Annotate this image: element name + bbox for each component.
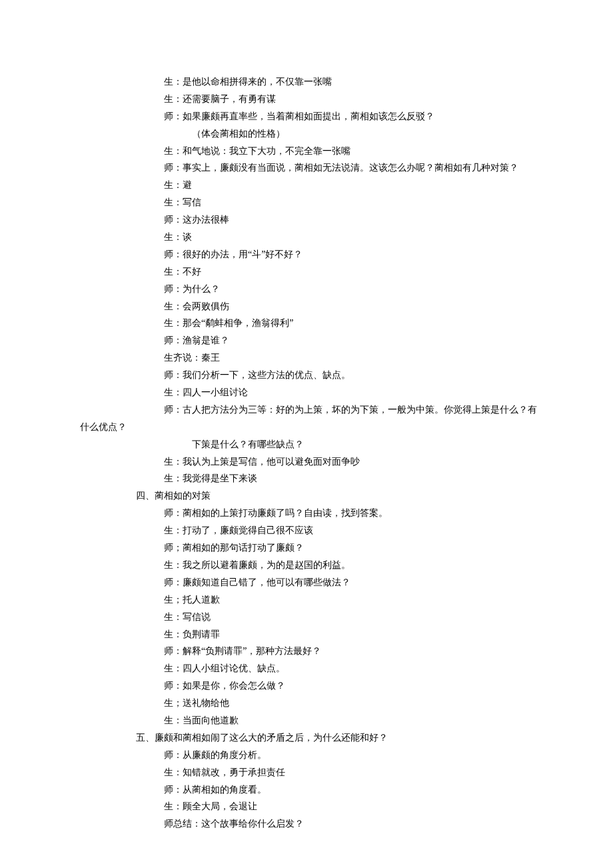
text-line: 生：写信 xyxy=(80,194,533,211)
text-line: 生：那会“鹬蚌相争，渔翁得利” xyxy=(80,315,533,332)
text-line: 五、廉颇和蔺相如闹了这么大的矛盾之后，为什么还能和好？ xyxy=(80,729,533,747)
text-line: 师；蔺相如的那句话打动了廉颇？ xyxy=(80,539,533,557)
text-line: 生：打动了，廉颇觉得自己很不应该 xyxy=(80,522,533,539)
text-line: 下策是什么？有哪些缺点？ xyxy=(80,436,533,453)
text-line: （体会蔺相如的性格） xyxy=(80,125,533,143)
text-line: 生：会两败俱伤 xyxy=(80,298,533,315)
text-line: 生：我之所以避着廉颇，为的是赵国的利益。 xyxy=(80,557,533,574)
text-line: 生：不好 xyxy=(80,263,533,281)
text-line: 生：还需要脑子，有勇有谋 xyxy=(80,91,533,108)
text-line: 师：事实上，廉颇没有当面说，蔺相如无法说清。这该怎么办呢？蔺相如有几种对策？ xyxy=(80,159,533,177)
text-line: 师：解释“负荆请罪”，那种方法最好？ xyxy=(80,643,533,660)
text-line: 师总结：这个故事给你什么启发？ xyxy=(80,815,533,833)
text-line: 师：这办法很棒 xyxy=(80,211,533,229)
text-line: 师：为什么？ xyxy=(80,281,533,298)
text-line: 师：廉颇知道自己错了，他可以有哪些做法？ xyxy=(80,574,533,591)
text-line: 生；托人道歉 xyxy=(80,591,533,609)
text-line: 生：四人小组讨论优、缺点。 xyxy=(80,660,533,677)
text-line: 师：如果廉颇再直率些，当着蔺相如面提出，蔺相如该怎么反驳？ xyxy=(80,108,533,125)
text-line: 师：渔翁是谁？ xyxy=(80,332,533,349)
text-line: 师：我们分析一下，这些方法的优点、缺点。 xyxy=(80,367,533,384)
text-line: 师：从廉颇的角度分析。 xyxy=(80,747,533,764)
text-line: 生：写信说 xyxy=(80,609,533,626)
text-line: 生：我觉得是坐下来谈 xyxy=(80,470,533,487)
text-line: 四、蔺相如的对策 xyxy=(80,487,533,505)
text-line: 师：如果是你，你会怎么做？ xyxy=(80,677,533,695)
text-line: 生：和气地说：我立下大功，不完全靠一张嘴 xyxy=(80,143,533,160)
text-line: 什么优点？ xyxy=(80,419,533,436)
text-line: 师：从蔺相如的角度看。 xyxy=(80,781,533,799)
text-line: 生齐说：秦王 xyxy=(80,349,533,367)
text-line: 生：当面向他道歉 xyxy=(80,712,533,729)
text-line: 生：顾全大局，会退让 xyxy=(80,798,533,815)
text-line: 生：避 xyxy=(80,177,533,194)
text-line: 生：负荆请罪 xyxy=(80,626,533,643)
text-line: 师：古人把方法分为三等：好的为上策，坏的为下策，一般为中策。你觉得上策是什么？有 xyxy=(80,401,533,419)
document-page: 生：是他以命相拼得来的，不仅靠一张嘴生：还需要脑子，有勇有谋师：如果廉颇再直率些… xyxy=(0,0,613,868)
text-line: 生：谈 xyxy=(80,229,533,246)
text-line: 师：蔺相如的上策打动廉颇了吗？自由读，找到答案。 xyxy=(80,505,533,522)
text-line: 生：四人一小组讨论 xyxy=(80,384,533,401)
text-line: 生：知错就改，勇于承担责任 xyxy=(80,764,533,781)
text-line: 生；送礼物给他 xyxy=(80,695,533,712)
text-line: 生：我认为上策是写信，他可以避免面对面争吵 xyxy=(80,453,533,471)
text-line: 生：是他以命相拼得来的，不仅靠一张嘴 xyxy=(80,73,533,91)
text-line: 师：很好的办法，用“斗”好不好？ xyxy=(80,246,533,263)
